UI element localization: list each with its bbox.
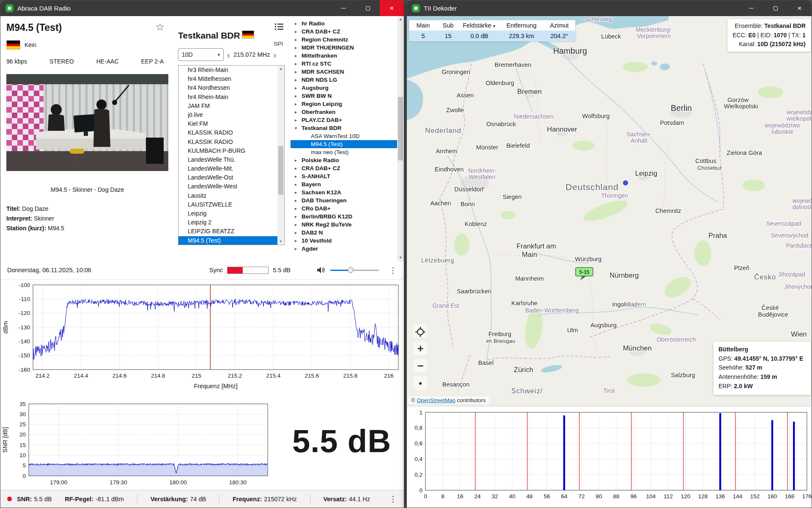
chevron-right-icon: ▸ bbox=[295, 19, 302, 28]
station-list-item[interactable]: LandesWelle-Mit. bbox=[178, 164, 284, 173]
svg-text:215.8: 215.8 bbox=[343, 373, 357, 379]
map-city-label: Ulm bbox=[567, 327, 578, 334]
station-list-item[interactable]: hr4 Mittelhessen bbox=[178, 75, 284, 83]
tree-scrollbar[interactable]: ▲ ▼ bbox=[397, 16, 404, 261]
station-list-item[interactable]: hr3 Rhein-Main bbox=[178, 66, 284, 75]
ensemble-tree-item[interactable]: ▸Sachsen K12A bbox=[291, 188, 397, 196]
tii-result-table: MainSubFeldstärke▼EntfernungAzimut 5150.… bbox=[409, 20, 576, 41]
kebab-menu-icon[interactable]: ⋮ bbox=[389, 265, 397, 275]
ensemble-tree-item[interactable]: ▸Mittelfranken bbox=[291, 52, 397, 60]
scroll-up-icon[interactable]: ▲ bbox=[277, 66, 284, 72]
scroll-up-icon[interactable]: ▲ bbox=[397, 16, 404, 22]
ensemble-tree-item[interactable]: ▸SWR BW N bbox=[291, 92, 397, 100]
close-button[interactable]: × bbox=[380, 0, 404, 16]
map-region-label: Mecklenburg-Vorpommern bbox=[636, 26, 672, 39]
ensemble-tree-item[interactable]: ▸S-ANHALT bbox=[291, 172, 397, 180]
next-channel-button[interactable]: › bbox=[272, 50, 277, 59]
station-list-item[interactable]: KLASSIK RADIO bbox=[178, 128, 284, 137]
ensemble-tree-item[interactable]: ▾Testkanal BDR bbox=[291, 124, 397, 132]
transmitter-marker[interactable]: 5-15 bbox=[576, 268, 593, 280]
ensemble-tree-item[interactable]: ▸Augsburg bbox=[291, 84, 397, 92]
service-list-icon[interactable] bbox=[274, 23, 284, 32]
table-column-header[interactable]: Azimut bbox=[543, 20, 575, 30]
scroll-down-icon[interactable]: ▼ bbox=[397, 254, 404, 261]
svg-text:0,6: 0,6 bbox=[414, 440, 422, 447]
scroll-down-icon[interactable]: ▼ bbox=[277, 238, 284, 245]
channel-dropdown[interactable]: 10D ▾ bbox=[178, 48, 224, 61]
ensemble-tree-item[interactable]: ▸hr Radio bbox=[291, 19, 397, 28]
kebab-menu-icon[interactable]: ⋮ bbox=[389, 494, 397, 504]
station-list-item[interactable]: hr4 Nordhessen bbox=[178, 83, 284, 92]
zoom-out-button[interactable]: − bbox=[414, 359, 427, 373]
ensemble-tree-item[interactable]: ▸NDR NDS LG bbox=[291, 76, 397, 84]
volume-icon[interactable] bbox=[317, 266, 326, 274]
ensemble-tree-item[interactable]: ▸Agder bbox=[291, 245, 397, 253]
station-list-item[interactable]: LandesWelle Thü. bbox=[178, 155, 284, 164]
ensemble-tree-item[interactable]: ▸PLAY.CZ DAB+ bbox=[291, 116, 397, 124]
ensemble-tree-item[interactable]: ▸MDR THUERINGEN bbox=[291, 44, 397, 52]
svg-text:5: 5 bbox=[22, 462, 26, 469]
maximize-button[interactable] bbox=[763, 0, 787, 16]
svg-text:214.4: 214.4 bbox=[74, 373, 88, 379]
tii-table-row[interactable]: 5150.0 dB229.3 km204.2° bbox=[409, 31, 575, 41]
ensemble-tree-item[interactable]: ▸CRA DAB+ CZ bbox=[291, 28, 397, 36]
tii-dekoder-window: TII Dekoder × LübeckHamburgBremerhavenGr… bbox=[406, 0, 812, 508]
ensemble-tree-item[interactable]: ▸10 Vestfold bbox=[291, 237, 397, 245]
minimize-button[interactable] bbox=[739, 0, 763, 16]
station-list-item[interactable]: LandesWelle-Ost bbox=[178, 173, 284, 182]
station-list-item[interactable]: M94.5 (Test) bbox=[178, 236, 284, 245]
ensemble-tree-item[interactable]: ▸RTI cz STC bbox=[291, 60, 397, 68]
station-list-item[interactable]: KULMBACH P-BURG bbox=[178, 146, 284, 155]
ensemble-tree-item[interactable]: ▸Polskie Radio bbox=[291, 156, 397, 164]
ensemble-tree-item[interactable]: ▸CRo DAB+ bbox=[291, 204, 397, 213]
station-list-item[interactable]: Kiel FM bbox=[178, 119, 284, 128]
map-city-label: Eindhoven bbox=[435, 166, 464, 173]
scrollbar-thumb[interactable] bbox=[278, 146, 283, 194]
station-list-item[interactable]: Lausitz bbox=[178, 191, 284, 200]
locate-button[interactable] bbox=[414, 324, 427, 338]
volume-thumb[interactable] bbox=[348, 267, 354, 273]
map-region-label: Nordrhein-Westfalen bbox=[468, 167, 496, 180]
ensemble-tree-child[interactable]: ASA WarnTest 10D bbox=[291, 132, 397, 140]
ensemble-tree-item[interactable]: ▸Oberfranken bbox=[291, 108, 397, 116]
station-list-item[interactable]: Leipzig 2 bbox=[178, 218, 284, 227]
table-column-header[interactable]: Entfernung bbox=[499, 20, 543, 30]
station-list-item[interactable]: Leipzig bbox=[178, 209, 284, 218]
table-column-header[interactable]: Main bbox=[409, 20, 437, 30]
station-list-item[interactable]: LAUSITZWELLE bbox=[178, 200, 284, 209]
ensemble-tree-child[interactable]: M94.5 (Test) bbox=[291, 140, 397, 148]
station-list-item[interactable]: jö.live bbox=[178, 110, 284, 119]
volume-slider[interactable] bbox=[330, 266, 379, 274]
favorite-star-icon[interactable]: ☆ bbox=[155, 22, 165, 32]
minimize-button[interactable] bbox=[332, 0, 356, 16]
ensemble-tree-item[interactable]: ▸Berlin/BRBG K12D bbox=[291, 213, 397, 221]
svg-text:30: 30 bbox=[19, 411, 26, 417]
openstreetmap-link[interactable]: OpenStreetMap bbox=[417, 397, 455, 403]
ensemble-tree-item[interactable]: ▸CRA DAB+ CZ bbox=[291, 164, 397, 172]
ensemble-tree-item[interactable]: ▸MDR SACHSEN bbox=[291, 68, 397, 76]
station-list-item[interactable]: JAM FM bbox=[178, 102, 284, 110]
zoom-in-button[interactable]: + bbox=[414, 342, 427, 355]
station-list-item[interactable]: LEIPZIG BEATZZ bbox=[178, 227, 284, 236]
maximize-button[interactable] bbox=[356, 0, 380, 16]
ensemble-tree-item[interactable]: ▸DAB Thueringen bbox=[291, 196, 397, 204]
station-list-item[interactable]: KLASSIK RADIO bbox=[178, 138, 284, 146]
station-list-scrollbar[interactable]: ▲ ▼ bbox=[277, 66, 284, 245]
separator bbox=[219, 494, 219, 504]
transmitter-info-box: Büttelberg GPS: 49.41455° N, 10.37795° E… bbox=[713, 342, 811, 395]
ensemble-tree-item[interactable]: ▸Region Chemnitz bbox=[291, 36, 397, 44]
table-column-header[interactable]: Feldstärke▼ bbox=[459, 20, 499, 30]
scrollbar-thumb[interactable] bbox=[398, 97, 403, 160]
ensemble-tree-item[interactable]: ▸NRK Reg2 BuTeVe bbox=[291, 221, 397, 229]
chevron-right-icon: ▸ bbox=[295, 68, 302, 76]
ensemble-tree-item[interactable]: ▸Bayern bbox=[291, 180, 397, 188]
station-list-item[interactable]: hr4 Rhein-Main bbox=[178, 93, 284, 102]
table-column-header[interactable]: Sub bbox=[437, 20, 459, 30]
prev-channel-button[interactable]: ‹ bbox=[226, 50, 231, 59]
ensemble-tree-item[interactable]: ▸Region Leipzig bbox=[291, 100, 397, 108]
ensemble-tree-child[interactable]: max neo (Test) bbox=[291, 148, 397, 156]
station-list-item[interactable]: LandesWelle-West bbox=[178, 182, 284, 191]
close-button[interactable]: × bbox=[787, 0, 812, 16]
ensemble-tree-item[interactable]: ▸DAB2 N bbox=[291, 229, 397, 237]
layer-dot-button[interactable]: ● bbox=[414, 376, 427, 390]
